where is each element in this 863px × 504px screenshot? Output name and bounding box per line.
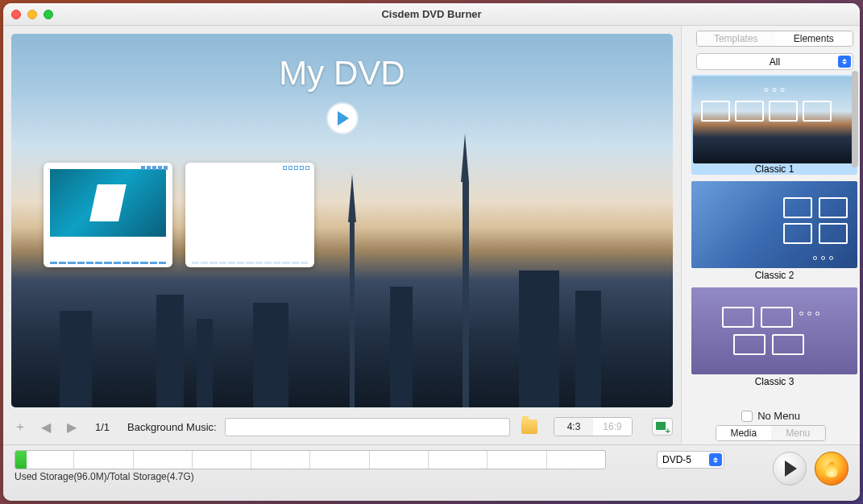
dvd-title-text[interactable]: My DVD xyxy=(11,54,673,93)
template-label: Classic 3 xyxy=(691,376,857,387)
sidebar-bottom-tabs: Media Menu xyxy=(716,425,826,441)
tab-media[interactable]: Media xyxy=(716,426,771,440)
aspect-ratio-segment: 4:3 16:9 xyxy=(554,417,633,436)
no-menu-checkbox[interactable] xyxy=(741,411,753,422)
preview-toolbar: ＋ ◀ ▶ 1/1 Background Music: 4:3 16:9 xyxy=(11,412,673,441)
tab-elements[interactable]: Elements xyxy=(775,31,853,46)
background-music-input[interactable] xyxy=(225,418,510,436)
add-icon[interactable]: ＋ xyxy=(11,418,29,436)
ratio-4-3-button[interactable]: 4:3 xyxy=(554,418,593,436)
minimize-window-button[interactable] xyxy=(27,10,37,19)
template-label: Classic 2 xyxy=(691,270,857,281)
preview-play-button[interactable] xyxy=(773,452,807,485)
template-filter-value: All xyxy=(770,56,780,68)
close-window-button[interactable] xyxy=(11,10,21,19)
ratio-16-9-button[interactable]: 16:9 xyxy=(593,418,632,436)
app-window: Cisdem DVD Burner My DVD xyxy=(3,3,860,501)
template-item-classic-3[interactable]: Classic 3 xyxy=(691,287,857,387)
next-page-icon[interactable]: ▶ xyxy=(63,418,81,436)
template-label: Classic 1 xyxy=(693,163,856,175)
no-menu-row: No Menu xyxy=(682,410,860,422)
tab-menu[interactable]: Menu xyxy=(771,426,826,440)
main-area: My DVD ＋ ◀ ▶ 1/1 xyxy=(3,26,681,444)
footer: Used Storage(96.0M)/Total Storage(4.7G) … xyxy=(3,444,860,501)
add-media-icon[interactable] xyxy=(652,418,673,436)
storage-label: Used Storage(96.0M)/Total Storage(4.7G) xyxy=(15,471,649,482)
sidebar-top-tabs: Templates Elements xyxy=(696,31,853,47)
window-title: Cisdem DVD Burner xyxy=(3,8,860,20)
template-filter-select[interactable]: All xyxy=(696,53,853,70)
background-music-label: Background Music: xyxy=(127,421,217,433)
page-indicator: 1/1 xyxy=(95,421,110,433)
burn-button[interactable] xyxy=(815,452,848,485)
dropdown-icon xyxy=(838,56,851,68)
chapter-thumbnail-1[interactable] xyxy=(44,163,172,267)
storage-bar xyxy=(15,450,606,469)
sidebar-scrollbar[interactable] xyxy=(852,71,858,396)
storage-area: Used Storage(96.0M)/Total Storage(4.7G) xyxy=(15,450,649,482)
template-item-classic-2[interactable]: Classic 2 xyxy=(691,181,857,281)
zoom-window-button[interactable] xyxy=(44,10,53,19)
sidebar: Templates Elements All xyxy=(681,26,860,444)
template-list: Classic 1 Classic 2 xyxy=(691,75,860,405)
prev-page-icon[interactable]: ◀ xyxy=(37,418,55,436)
tab-templates[interactable]: Templates xyxy=(697,31,775,46)
play-icon[interactable] xyxy=(326,102,359,134)
disc-type-value: DVD-5 xyxy=(662,454,691,465)
no-menu-label: No Menu xyxy=(757,410,800,422)
dvd-menu-preview[interactable]: My DVD xyxy=(11,34,673,407)
chapter-thumbnails xyxy=(44,163,314,267)
window-controls xyxy=(11,10,53,19)
template-item-classic-1[interactable]: Classic 1 xyxy=(691,75,857,175)
browse-music-icon[interactable] xyxy=(521,419,537,434)
storage-fill xyxy=(15,451,27,469)
disc-type-select[interactable]: DVD-5 xyxy=(657,451,724,469)
titlebar: Cisdem DVD Burner xyxy=(3,3,860,26)
dropdown-icon xyxy=(709,453,722,466)
chapter-thumbnail-2[interactable] xyxy=(185,163,314,267)
